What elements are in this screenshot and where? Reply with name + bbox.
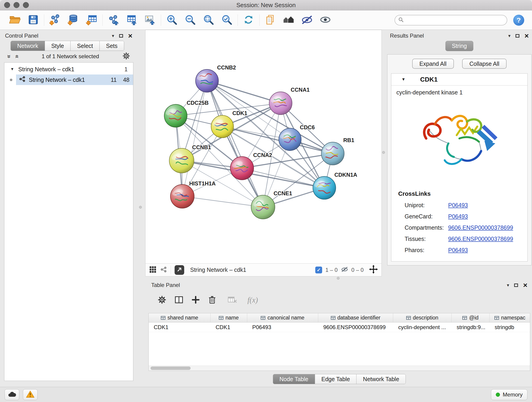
function-builder-button[interactable]: f(x) bbox=[247, 296, 258, 304]
table-cell[interactable]: stringdb bbox=[490, 322, 530, 332]
table-cell[interactable]: 9606.ENSP00000378699 bbox=[318, 322, 393, 332]
column-header--id[interactable]: @id bbox=[452, 313, 490, 322]
warnings-button[interactable] bbox=[23, 389, 38, 400]
network-edge[interactable] bbox=[207, 81, 263, 207]
collapse-all-button[interactable]: Collapse All bbox=[462, 59, 507, 69]
table-cell[interactable]: cyclin-dependent ... bbox=[393, 322, 452, 332]
column-header-database-identifier[interactable]: database identifier bbox=[318, 313, 393, 322]
network-options-gear-icon[interactable] bbox=[122, 52, 130, 61]
export-table-button[interactable] bbox=[125, 13, 139, 27]
table-cell[interactable]: CDK1 bbox=[210, 322, 247, 332]
splitter-handle[interactable] bbox=[139, 206, 142, 209]
table-cell[interactable]: stringdb:9... bbox=[452, 322, 490, 332]
import-network-database-button[interactable] bbox=[66, 13, 80, 27]
table-cell[interactable]: CDK1 bbox=[149, 322, 210, 332]
crosslink-value-link[interactable]: P06493 bbox=[448, 202, 468, 209]
expand-all-icon[interactable]: » bbox=[13, 55, 20, 58]
tab-network[interactable]: Network bbox=[11, 41, 45, 51]
network-node-CCNE1[interactable] bbox=[251, 195, 275, 219]
tab-edge-table[interactable]: Edge Table bbox=[315, 374, 357, 384]
network-node-CCNA2[interactable] bbox=[230, 157, 254, 180]
column-header-name[interactable]: name bbox=[210, 313, 247, 322]
grid-view-icon[interactable] bbox=[149, 266, 157, 274]
network-canvas[interactable]: CCNB2CCNA1CDC25BCDK1CDC6RB1CCNB1CCNA2CDK… bbox=[146, 30, 381, 263]
collapse-all-icon[interactable]: » bbox=[6, 55, 13, 58]
import-table-button[interactable] bbox=[85, 13, 99, 27]
network-node-CDC6[interactable] bbox=[279, 128, 301, 151]
panel-float-icon[interactable] bbox=[514, 283, 518, 287]
network-node-CCNB1[interactable] bbox=[169, 148, 194, 173]
column-header-shared-name[interactable]: shared name bbox=[149, 313, 210, 322]
show-columns-button[interactable] bbox=[175, 296, 183, 305]
show-all-button[interactable] bbox=[318, 13, 332, 27]
expand-all-button[interactable]: Expand All bbox=[412, 59, 454, 69]
column-header-description[interactable]: description bbox=[393, 313, 452, 322]
gene-card-header[interactable]: ▼ CDK1 bbox=[391, 74, 527, 85]
splitter-handle[interactable] bbox=[382, 151, 385, 154]
import-network-file-button[interactable] bbox=[48, 13, 62, 27]
network-node-CCNA1[interactable] bbox=[269, 92, 292, 115]
network-collection-row[interactable]: ▼ String Network – cdk1 1 bbox=[4, 64, 133, 75]
zoom-selected-button[interactable] bbox=[220, 13, 234, 27]
tab-network-table[interactable]: Network Table bbox=[356, 374, 405, 384]
network-node-CDKN1A[interactable] bbox=[313, 177, 336, 199]
open-in-new-window-button[interactable] bbox=[175, 265, 184, 275]
network-node-CCNB2[interactable] bbox=[196, 70, 219, 92]
panel-menu-icon[interactable]: ▾ bbox=[112, 33, 114, 38]
results-tab-string[interactable]: String bbox=[445, 41, 473, 51]
hide-selected-button[interactable] bbox=[300, 13, 314, 27]
cloud-status-button[interactable] bbox=[5, 389, 19, 400]
scrollbar-thumb[interactable] bbox=[151, 366, 191, 370]
memory-button[interactable]: Memory bbox=[491, 389, 527, 400]
panel-close-icon[interactable]: × bbox=[525, 32, 529, 39]
panel-float-icon[interactable] bbox=[119, 34, 123, 38]
open-session-button[interactable] bbox=[8, 13, 22, 27]
export-network-button[interactable] bbox=[106, 13, 120, 27]
apply-layout-button[interactable] bbox=[241, 13, 256, 27]
selection-check-icon[interactable]: ✓ bbox=[315, 267, 322, 274]
panel-menu-icon[interactable]: ▾ bbox=[507, 282, 509, 288]
crosslink-value-link[interactable]: P06493 bbox=[448, 247, 468, 254]
panel-close-icon[interactable]: × bbox=[523, 281, 527, 289]
panel-close-icon[interactable]: × bbox=[128, 32, 133, 39]
navigator-home-button[interactable] bbox=[282, 13, 296, 27]
network-edge[interactable] bbox=[242, 168, 324, 188]
tab-node-table[interactable]: Node Table bbox=[273, 374, 315, 384]
panel-menu-icon[interactable]: ▾ bbox=[508, 33, 510, 38]
export-image-button[interactable] bbox=[143, 13, 157, 27]
network-node-RB1[interactable] bbox=[322, 142, 344, 165]
disclosure-triangle-icon[interactable]: ▼ bbox=[401, 77, 405, 82]
zoom-in-button[interactable] bbox=[165, 13, 179, 27]
disclosure-triangle-icon[interactable]: ▼ bbox=[10, 67, 14, 71]
splitter-handle[interactable] bbox=[337, 277, 340, 280]
network-edge[interactable] bbox=[182, 81, 207, 196]
add-column-button[interactable] bbox=[191, 296, 200, 305]
network-edge[interactable] bbox=[182, 196, 263, 207]
delete-table-button[interactable] bbox=[228, 296, 237, 304]
tab-sets[interactable]: Sets bbox=[100, 41, 124, 51]
zoom-out-button[interactable] bbox=[183, 13, 197, 27]
duplicate-network-button[interactable] bbox=[263, 13, 278, 27]
pan-crosshair-icon[interactable] bbox=[369, 265, 378, 275]
network-node-HIST1H1A[interactable] bbox=[171, 185, 194, 208]
tab-select[interactable]: Select bbox=[70, 41, 99, 51]
share-network-icon[interactable] bbox=[160, 266, 167, 274]
horizontal-scrollbar[interactable] bbox=[149, 366, 530, 370]
hidden-eye-icon[interactable] bbox=[341, 266, 348, 274]
help-button[interactable]: ? bbox=[513, 15, 524, 26]
zoom-fit-button[interactable] bbox=[201, 13, 215, 27]
crosslink-value-link[interactable]: P06493 bbox=[448, 213, 468, 220]
delete-column-button[interactable] bbox=[208, 295, 216, 305]
network-node-CDC25B[interactable] bbox=[164, 104, 187, 127]
network-row[interactable]: String Network – cdk1 11 48 bbox=[4, 75, 133, 85]
search-input[interactable] bbox=[406, 17, 504, 23]
panel-float-icon[interactable] bbox=[515, 34, 519, 38]
network-node-CDK1[interactable] bbox=[211, 115, 234, 138]
column-header-canonical-name[interactable]: canonical name bbox=[247, 313, 318, 322]
column-header-namespac[interactable]: namespac bbox=[490, 313, 530, 322]
crosslink-value-link[interactable]: 9606.ENSP00000378699 bbox=[448, 236, 513, 242]
table-cell[interactable]: P06493 bbox=[247, 322, 318, 332]
tab-style[interactable]: Style bbox=[45, 41, 71, 51]
table-options-button[interactable] bbox=[158, 295, 166, 305]
crosslink-value-link[interactable]: 9606.ENSP00000378699 bbox=[448, 224, 513, 231]
